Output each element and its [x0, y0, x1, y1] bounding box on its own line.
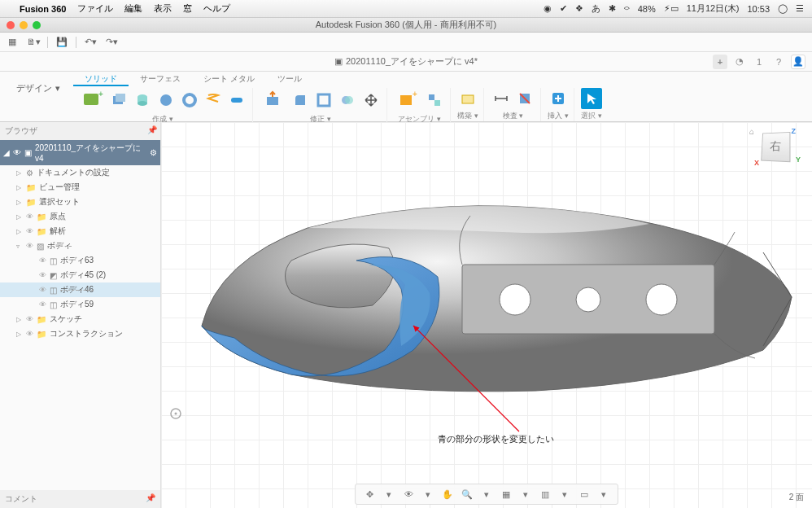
look-icon[interactable]: 👁 — [401, 487, 416, 501]
viewcube-face[interactable]: 右 — [761, 132, 790, 162]
main-area: ブラウザ 📌 ◢👁▣ 20201110_アイをシャープに v4 ⚙ ▷⚙ドキュメ… — [0, 122, 812, 508]
battery-label: 48% — [638, 4, 656, 14]
browser-row[interactable]: 👁◩ボディ45 (2) — [0, 268, 160, 282]
browser-row[interactable]: ▷👁📁原点 — [0, 209, 160, 224]
new-tab-button[interactable]: + — [713, 55, 727, 69]
menu-window[interactable]: 窓 — [183, 2, 192, 15]
group-construct: 構築 ▾ — [452, 88, 484, 121]
new-component-button[interactable]: + — [394, 88, 421, 112]
grid-icon[interactable]: ▥ — [538, 487, 552, 501]
status-icon[interactable]: ◉ — [544, 3, 552, 14]
menu-file[interactable]: ファイル — [77, 2, 113, 15]
status-lang-icon[interactable]: あ — [592, 2, 600, 15]
browser-row[interactable]: ▷👁📁解析 — [0, 224, 160, 239]
notifications-icon[interactable]: 1 — [752, 55, 766, 69]
box-button[interactable] — [108, 90, 129, 111]
viewcube[interactable]: ⌂ 右 Z Y X — [761, 132, 797, 169]
browser-row[interactable]: 👁◫ボディ59 — [0, 297, 160, 312]
svg-rect-11 — [318, 94, 330, 106]
tab-solid[interactable]: ソリッド — [73, 72, 129, 86]
redo-icon[interactable]: ↷▾ — [104, 35, 119, 50]
menu-help[interactable]: ヘルプ — [203, 2, 230, 15]
cylinder-button[interactable] — [132, 90, 153, 111]
browser-row[interactable]: 👁◫ボディ63 — [0, 253, 160, 268]
browser-header: ブラウザ 📌 — [0, 122, 160, 140]
group-label[interactable]: 選択 ▾ — [581, 111, 602, 121]
tab-surface[interactable]: サーフェス — [129, 72, 192, 86]
joint-button[interactable] — [424, 90, 445, 111]
insert-button[interactable] — [548, 88, 569, 109]
group-label[interactable]: 挿入 ▾ — [548, 111, 569, 121]
plane-button[interactable] — [457, 88, 478, 109]
tab-sheetmetal[interactable]: シート メタル — [192, 72, 266, 86]
orbit-icon[interactable]: ✥ — [362, 487, 377, 501]
pin-icon[interactable]: 📌 — [147, 125, 157, 134]
move-button[interactable] — [360, 90, 382, 111]
status-icon[interactable]: ❖ — [575, 3, 583, 14]
svg-rect-3 — [116, 94, 125, 102]
coil-button[interactable] — [203, 90, 224, 111]
status-icon[interactable]: ✔︎ — [560, 3, 567, 14]
svg-rect-18 — [462, 95, 474, 103]
group-modify: 修正 ▾ — [255, 88, 387, 125]
workspace-switcher[interactable]: デザイン ▾ — [7, 77, 70, 99]
model-3d[interactable] — [194, 187, 796, 399]
torus-button[interactable] — [179, 90, 200, 111]
help-icon[interactable]: ? — [771, 55, 786, 69]
group-label[interactable]: 構築 ▾ — [457, 111, 478, 121]
display-icon[interactable]: ▦ — [499, 487, 513, 501]
press-pull-button[interactable] — [260, 88, 287, 112]
shell-button[interactable] — [313, 90, 334, 111]
sphere-button[interactable] — [155, 90, 177, 111]
avatar[interactable]: 👤 — [791, 55, 805, 69]
new-sketch-button[interactable]: + — [78, 88, 106, 112]
browser-row[interactable]: ▷📁ビュー管理 — [0, 180, 160, 195]
zoom-icon[interactable]: 🔍 — [460, 487, 474, 501]
group-label[interactable]: 検査 ▾ — [503, 111, 524, 121]
doc-tab-name[interactable]: 20201110_アイをシャープに v4* — [346, 55, 478, 68]
zoom-window-button[interactable] — [33, 21, 41, 29]
viewport-icon[interactable]: ▭ — [577, 487, 592, 501]
status-icon[interactable]: ✱ — [609, 3, 616, 14]
svg-point-25 — [646, 284, 677, 315]
comments-header[interactable]: コメント 📌 — [0, 490, 160, 508]
svg-point-24 — [576, 287, 600, 312]
browser-row[interactable]: ▷⚙ドキュメントの設定 — [0, 165, 160, 180]
app-name[interactable]: Fusion 360 — [20, 4, 66, 14]
svg-text:+: + — [413, 90, 417, 99]
siri-icon[interactable]: ◯ — [778, 3, 788, 14]
menu-edit[interactable]: 編集 — [124, 2, 142, 15]
extensions-icon[interactable]: ◔ — [732, 55, 747, 69]
macos-menubar: Fusion 360 ファイル 編集 表示 窓 ヘルプ ◉ ✔︎ ❖ あ ✱ ⌔… — [0, 0, 812, 18]
svg-rect-16 — [429, 94, 434, 100]
svg-point-8 — [184, 94, 195, 106]
tab-tools[interactable]: ツール — [266, 72, 313, 86]
document-tab-bar: ▣ 20201110_アイをシャープに v4* × + ◔ 1 ? 👤 — [0, 52, 812, 72]
canvas[interactable]: 青の部分の形状を変更したい ⌂ 右 Z Y X ✥▾ 👁▾ ✋ 🔍▾ ▦▾ ▥▾… — [161, 122, 812, 508]
viewcube-home-icon[interactable]: ⌂ — [749, 127, 754, 136]
close-window-button[interactable] — [7, 21, 15, 29]
notification-center-icon[interactable]: ☰ — [796, 3, 804, 14]
combine-button[interactable] — [337, 90, 358, 111]
browser-row[interactable]: ▷👁📁コンストラクション — [0, 326, 160, 341]
battery-icon[interactable]: ⚡︎▭ — [664, 3, 679, 14]
fillet-button[interactable] — [290, 90, 311, 111]
browser-row[interactable]: ▷👁📁スケッチ — [0, 312, 160, 326]
menu-view[interactable]: 表示 — [154, 2, 172, 15]
pipe-button[interactable] — [226, 90, 247, 111]
measure-button[interactable] — [491, 88, 512, 109]
browser-row[interactable]: ▿👁▨ボディ — [0, 239, 160, 253]
group-assemble: + アセンブリ ▾ — [389, 88, 451, 125]
minimize-window-button[interactable] — [20, 21, 28, 29]
wifi-icon[interactable]: ⌔ — [624, 4, 630, 14]
pan-icon[interactable]: ✋ — [440, 487, 455, 501]
browser-root[interactable]: ◢👁▣ 20201110_アイをシャープに v4 ⚙ — [0, 140, 160, 165]
browser-row[interactable]: 👁◫ボディ46 — [0, 282, 160, 297]
select-button[interactable] — [581, 88, 602, 109]
save-icon[interactable]: 💾 — [55, 35, 69, 50]
data-panel-icon[interactable]: ▦ — [5, 35, 20, 50]
undo-icon[interactable]: ↶▾ — [83, 35, 98, 50]
section-button[interactable] — [514, 88, 535, 109]
browser-row[interactable]: ▷📁選択セット — [0, 195, 160, 209]
file-menu-icon[interactable]: 🗎▾ — [26, 35, 41, 50]
